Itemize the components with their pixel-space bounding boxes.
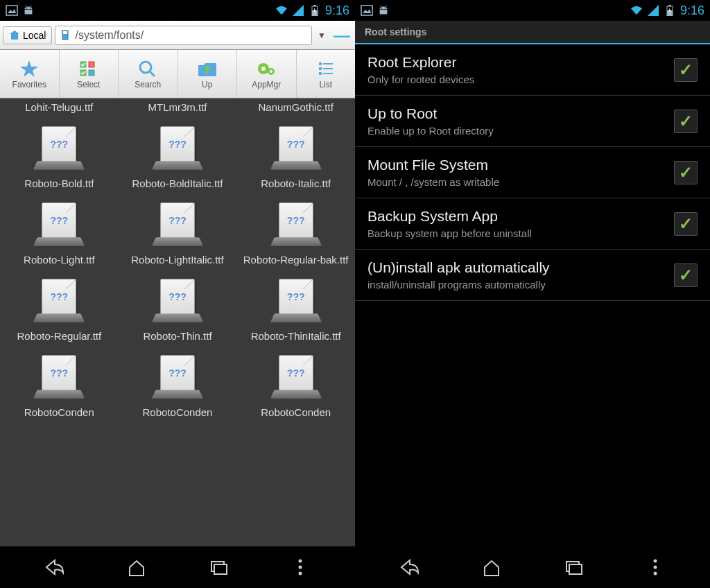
document-icon: ???	[34, 125, 84, 175]
file-item[interactable]: ???Roboto-Light.ttf	[0, 196, 119, 272]
wifi-icon	[275, 4, 288, 17]
file-item[interactable]: ???RobotoConden	[236, 348, 355, 424]
document-icon: ???	[153, 277, 202, 327]
setting-row[interactable]: Mount File SystemMount / , /system as wr…	[355, 147, 710, 198]
list-icon	[315, 59, 337, 78]
file-item[interactable]: ???Roboto-ThinItalic.ttf	[236, 272, 355, 348]
setting-row[interactable]: (Un)install apk automaticallyinstall/uni…	[355, 250, 710, 301]
svg-rect-8	[313, 5, 316, 6]
file-item[interactable]: ???Roboto-BoldItalic.ttf	[119, 119, 237, 196]
document-icon: ???	[271, 125, 321, 175]
svg-line-4	[26, 6, 27, 8]
document-icon: ???	[271, 277, 321, 327]
toolbar-label: Favorites	[12, 80, 46, 89]
minimize-button[interactable]: —	[331, 26, 352, 45]
recent-button[interactable]	[198, 553, 239, 581]
clock-time: 9:16	[325, 3, 349, 18]
checkmark-icon: ✓	[679, 214, 693, 234]
svg-marker-1	[8, 9, 16, 13]
checkbox[interactable]: ✓	[674, 212, 698, 236]
svg-point-33	[299, 566, 302, 569]
path-dropdown[interactable]: ▼	[315, 31, 329, 40]
checkbox[interactable]: ✓	[674, 161, 698, 184]
checkbox[interactable]: ✓	[674, 110, 698, 133]
setting-subtitle: Mount / , /system as writable	[367, 176, 674, 188]
recent-button[interactable]	[553, 553, 594, 581]
file-grid[interactable]: Lohit-Telugu.ttfMTLmr3m.ttfNanumGothic.t…	[0, 98, 355, 546]
clock-time: 9:16	[680, 3, 704, 18]
setting-title: Root Explorer	[367, 54, 674, 71]
status-left	[6, 4, 35, 17]
file-name: MTLmr3m.ttf	[148, 101, 207, 114]
setting-text: Mount File SystemMount / , /system as wr…	[367, 157, 674, 188]
file-item[interactable]: ???RobotoConden	[0, 348, 119, 424]
svg-rect-25	[323, 63, 333, 64]
local-button[interactable]: Local	[3, 26, 52, 44]
list-button[interactable]: List	[297, 50, 356, 98]
file-item[interactable]: ???Roboto-Regular.ttf	[0, 272, 119, 348]
search-button[interactable]: Search	[119, 50, 178, 98]
file-item[interactable]: ???RobotoConden	[119, 348, 237, 424]
setting-text: Root ExplorerOnly for rooted devices	[367, 54, 674, 85]
document-icon: ???	[34, 277, 84, 327]
file-item[interactable]: ???Roboto-LightItalic.ttf	[119, 196, 237, 272]
svg-marker-36	[363, 9, 371, 13]
file-item[interactable]: ???Roboto-Regular-bak.ttf	[236, 196, 355, 272]
svg-rect-29	[323, 73, 333, 74]
file-name: RobotoConden	[261, 406, 331, 419]
file-item[interactable]: ???Roboto-Thin.ttf	[119, 272, 237, 348]
file-item[interactable]: Lohit-Telugu.ttf	[0, 98, 119, 119]
svg-rect-0	[6, 6, 17, 15]
file-name: Roboto-Regular-bak.ttf	[243, 254, 349, 266]
file-name: RobotoConden	[24, 406, 94, 419]
status-bar: 9:16	[355, 0, 710, 21]
battery-icon	[309, 4, 321, 17]
setting-text: (Un)install apk automaticallyinstall/uni…	[367, 259, 674, 291]
android-icon	[22, 4, 35, 17]
appmgr-button[interactable]: AppMgr	[237, 50, 297, 98]
svg-rect-12	[63, 31, 67, 34]
favorites-button[interactable]: Favorites	[0, 50, 60, 98]
menu-button[interactable]	[634, 553, 676, 581]
home-button[interactable]	[471, 553, 512, 581]
menu-button[interactable]	[279, 553, 321, 581]
svg-rect-31	[214, 564, 227, 574]
toolbar: Favorites Select Search Up AppMgr	[0, 50, 355, 98]
file-name: Roboto-BoldItalic.ttf	[132, 178, 223, 190]
setting-subtitle: install/uninstall programs automatically	[367, 279, 674, 291]
checkbox[interactable]: ✓	[674, 263, 698, 287]
setting-row[interactable]: Up to RootEnable up to Root directory✓	[355, 96, 710, 147]
file-name: RobotoConden	[143, 406, 213, 419]
file-item[interactable]: MTLmr3m.ttf	[119, 98, 237, 119]
search-icon	[137, 59, 159, 78]
document-icon: ???	[34, 354, 84, 404]
setting-text: Backup System AppBackup system app befor…	[367, 208, 674, 239]
svg-marker-13	[20, 60, 38, 77]
up-button[interactable]: Up	[178, 50, 238, 98]
back-button[interactable]	[389, 553, 431, 581]
select-button[interactable]: Select	[60, 50, 119, 98]
checkmark-icon: ✓	[679, 266, 693, 285]
setting-row[interactable]: Root ExplorerOnly for rooted devices✓	[355, 44, 710, 96]
signal-icon	[647, 4, 659, 17]
document-icon: ???	[153, 354, 202, 404]
path-input[interactable]: /system/fonts/	[55, 26, 312, 45]
checkbox[interactable]: ✓	[674, 58, 698, 82]
document-icon: ???	[34, 201, 84, 251]
status-left	[361, 4, 390, 17]
image-icon	[6, 4, 18, 17]
svg-point-32	[299, 560, 302, 563]
home-button[interactable]	[116, 553, 157, 581]
svg-rect-27	[323, 68, 333, 69]
file-item[interactable]: ???Roboto-Italic.ttf	[236, 119, 355, 196]
wifi-icon	[630, 4, 643, 17]
svg-rect-35	[361, 6, 372, 15]
setting-row[interactable]: Backup System AppBackup system app befor…	[355, 198, 710, 250]
checkmark-icon: ✓	[679, 60, 693, 80]
back-button[interactable]	[34, 553, 76, 581]
gear-icon	[255, 59, 277, 78]
setting-title: Mount File System	[367, 157, 674, 173]
file-name: Roboto-Thin.ttf	[143, 330, 211, 343]
file-item[interactable]: NanumGothic.ttf	[236, 98, 355, 119]
file-item[interactable]: ???Roboto-Bold.ttf	[0, 119, 119, 196]
